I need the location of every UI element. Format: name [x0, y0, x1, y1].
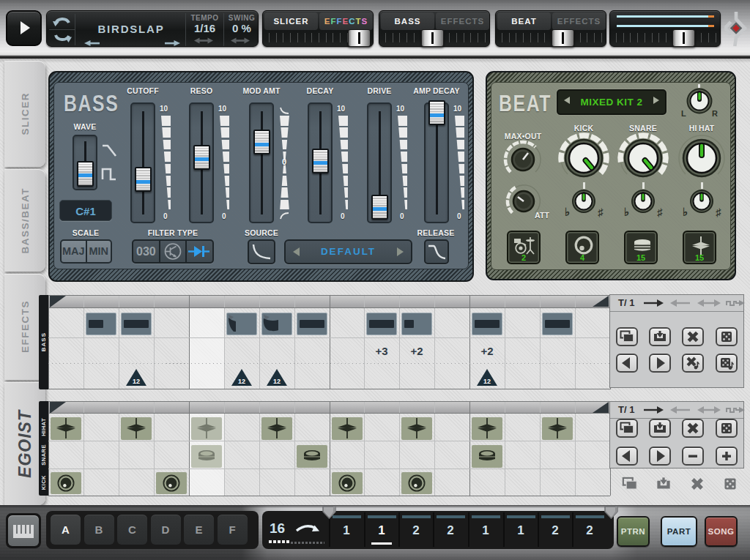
svg-text:12: 12 [238, 378, 245, 385]
svg-text:12: 12 [133, 378, 140, 385]
svg-text:12: 12 [273, 378, 281, 385]
svg-text:12: 12 [483, 378, 491, 385]
